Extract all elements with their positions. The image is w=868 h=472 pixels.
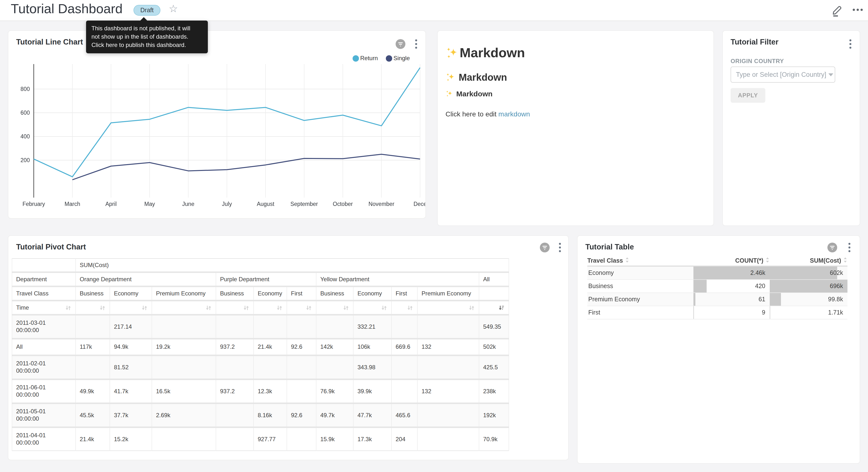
sort-button[interactable] — [141, 304, 148, 311]
pivot-cell: 937.2 — [216, 379, 253, 403]
cell-bar — [770, 293, 781, 306]
pivot-cell: 92.6 — [287, 339, 316, 355]
table-row: Premium Economy6199.8k — [587, 293, 847, 306]
sort-button[interactable] — [99, 304, 105, 311]
draft-status-badge[interactable]: Draft — [133, 5, 160, 16]
panel-menu-button[interactable] — [557, 242, 562, 255]
sort-button[interactable] — [276, 304, 283, 311]
sort-button[interactable] — [468, 304, 475, 311]
svg-text:April: April — [105, 201, 117, 207]
pivot-cell: 21.4k — [75, 427, 110, 451]
panel-title: Tutorial Line Chart — [16, 38, 83, 47]
pivot-cell: 343.98 — [353, 355, 392, 379]
select-placeholder: Type or Select [Origin Country] — [736, 71, 826, 78]
sort-button[interactable] — [407, 304, 413, 311]
table-row: First91.71k — [587, 306, 847, 319]
sort-button[interactable] — [498, 304, 505, 311]
markdown-h1-text: Markdown — [460, 46, 525, 61]
tooltip-line: not show up in the list of dashboards. — [91, 33, 203, 41]
apply-filter-button[interactable]: APPLY — [731, 88, 765, 103]
markdown-h2-text: Markdown — [459, 72, 507, 83]
sort-button[interactable] — [243, 304, 249, 311]
kebab-icon — [557, 242, 562, 253]
pivot-cell — [253, 315, 287, 339]
origin-country-select[interactable]: Type or Select [Origin Country] — [731, 66, 835, 83]
tooltip-line: Click here to publish this dashboard. — [91, 41, 203, 50]
edit-markdown-link[interactable]: markdown — [498, 110, 530, 118]
filter-indicator-button[interactable] — [828, 243, 837, 254]
pivot-cell — [75, 315, 110, 339]
panel-menu-button[interactable] — [414, 39, 418, 51]
pivot-metric-header: SUM(Cost) — [75, 259, 509, 272]
sort-carets-icon[interactable] — [843, 257, 847, 264]
sort-button[interactable] — [65, 304, 71, 311]
pivot-row: 2011-04-0100:00:0021.4k15.2k927.7715.9k1… — [12, 427, 509, 451]
filter-indicator-button[interactable] — [540, 243, 550, 254]
edit-dashboard-button[interactable] — [831, 4, 843, 19]
pivot-row-label: 2011-05-0100:00:00 — [12, 403, 75, 427]
pivot-corner-cell — [12, 259, 75, 272]
panel-menu-button[interactable] — [848, 39, 853, 51]
count-cell: 61 — [693, 293, 770, 306]
panel-title: Tutorial Pivot Chart — [16, 243, 86, 252]
panel-menu-button[interactable] — [847, 242, 852, 255]
svg-text:November: November — [369, 201, 394, 207]
pivot-cell — [216, 355, 253, 379]
sort-button[interactable] — [306, 304, 312, 311]
kebab-icon — [414, 39, 418, 50]
pivot-cell: 94.9k — [110, 339, 152, 355]
svg-text:July: July — [222, 201, 232, 207]
pivot-row: 2011-06-0100:00:0049.9k41.7k16.5k937.212… — [12, 379, 509, 403]
pivot-col-header: First — [392, 286, 417, 301]
sum-cell: 99.8k — [770, 293, 847, 306]
pivot-row-label: All — [12, 339, 75, 355]
svg-text:Dece: Dece — [413, 201, 426, 207]
cell-bar — [693, 280, 706, 293]
sort-button[interactable] — [343, 304, 349, 311]
pivot-cell — [417, 315, 479, 339]
pivot-cell — [216, 315, 253, 339]
sort-button[interactable] — [381, 304, 387, 311]
count-cell: 420 — [693, 280, 770, 293]
svg-text:March: March — [65, 201, 80, 207]
pivot-time-header: Time — [12, 301, 75, 315]
pivot-group-header: Orange Department — [75, 272, 216, 286]
pivot-cell: 49.7k — [316, 403, 353, 427]
column-header[interactable]: COUNT(*) — [735, 257, 763, 264]
markdown-panel: Markdown Markdown Markdown Click here to… — [437, 30, 714, 226]
svg-text:September: September — [290, 201, 318, 207]
sort-button[interactable] — [206, 304, 212, 311]
more-options-button[interactable] — [852, 6, 864, 15]
sort-arrows-icon — [381, 304, 387, 311]
pivot-cell: 81.52 — [110, 355, 152, 379]
sort-carets-icon[interactable] — [765, 257, 770, 264]
pivot-row-label: 2011-06-0100:00:00 — [12, 379, 75, 403]
kebab-icon — [847, 242, 852, 253]
pivot-row: 2011-05-0100:00:0045.5k37.7k2.69k8.16k92… — [12, 403, 509, 427]
table-panel: Tutorial Table Travel ClassCOUNT(*)SUM(C… — [577, 235, 860, 464]
pivot-cell — [75, 355, 110, 379]
pencil-icon — [831, 4, 843, 17]
pivot-col-header: Business — [316, 286, 353, 301]
favorite-star-icon[interactable]: ☆ — [169, 3, 178, 15]
filter-indicator-button[interactable] — [396, 39, 405, 51]
pivot-cell: 192k — [479, 403, 509, 427]
pivot-cell — [216, 403, 253, 427]
pivot-cell: 41.7k — [110, 379, 152, 403]
kebab-icon — [848, 39, 853, 50]
markdown-h2: Markdown — [445, 72, 507, 83]
pivot-cell: 76.9k — [316, 379, 353, 403]
svg-text:August: August — [257, 201, 274, 207]
filter-panel: Tutorial Filter ORIGIN COUNTRY Type or S… — [722, 30, 860, 226]
column-header[interactable]: Travel Class — [587, 257, 623, 264]
pivot-cell — [287, 355, 316, 379]
sort-carets-icon[interactable] — [625, 257, 629, 264]
pivot-cell: 142k — [316, 339, 353, 355]
pivot-cell — [392, 355, 417, 379]
sort-arrows-icon — [141, 304, 148, 311]
column-header[interactable]: SUM(Cost) — [810, 257, 841, 264]
pivot-dim-label: Travel Class — [12, 286, 75, 301]
line-chart-plot[interactable]: 200400600800FebruaryMarchAprilMayJuneJul… — [8, 60, 426, 212]
sort-arrows-icon — [343, 304, 349, 311]
pivot-col-header: Economy — [110, 286, 152, 301]
